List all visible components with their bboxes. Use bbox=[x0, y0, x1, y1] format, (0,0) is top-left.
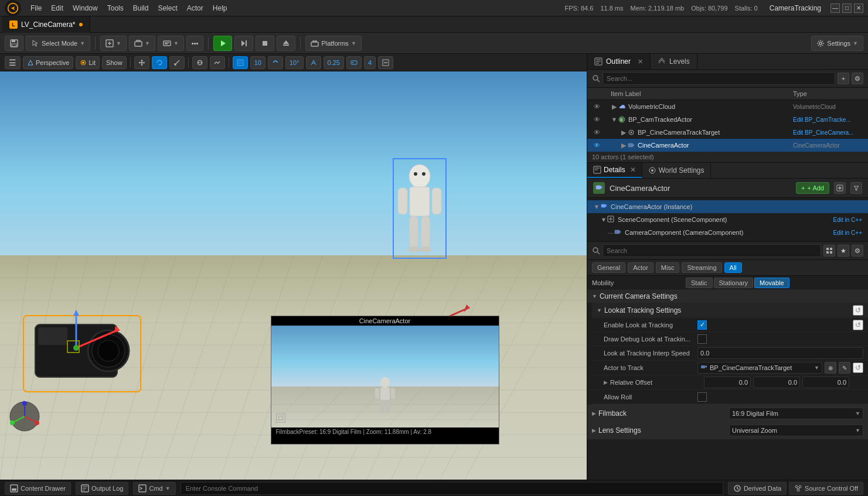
actor-track-locate-btn[interactable]: ⊕ bbox=[825, 362, 836, 374]
levels-tab[interactable]: Levels bbox=[651, 54, 697, 69]
lookat-reset-btn[interactable]: ↺ bbox=[853, 305, 863, 316]
menu-tools[interactable]: Tools bbox=[103, 3, 128, 13]
expand-cine[interactable]: ▶ bbox=[620, 129, 627, 136]
level-tab[interactable]: L LV_CineCamera* bbox=[2, 16, 90, 33]
filmback-header[interactable]: ▶ Filmback 16:9 Digital Film ▼ bbox=[587, 405, 868, 422]
show-btn[interactable]: Show bbox=[102, 56, 127, 69]
outliner-tab[interactable]: Outliner ✕ bbox=[587, 54, 651, 69]
enable-lookat-reset-btn[interactable]: ↺ bbox=[853, 320, 863, 330]
menu-window[interactable]: Window bbox=[68, 3, 103, 13]
item-label-header[interactable]: Item Label bbox=[611, 90, 793, 97]
grid-btn[interactable] bbox=[233, 56, 248, 69]
static-btn[interactable]: Static bbox=[686, 278, 713, 288]
grid-size[interactable]: 10 bbox=[250, 56, 265, 69]
camera-component-row[interactable]: — CameraComponent (CameraComponent) Edit… bbox=[587, 226, 868, 239]
lit-btn[interactable]: Lit bbox=[76, 56, 100, 69]
details-search-input[interactable] bbox=[603, 244, 821, 257]
expand-bp[interactable]: ▼ bbox=[611, 116, 618, 123]
viewport-canvas[interactable]: CineCameraActor bbox=[0, 71, 587, 480]
save-button[interactable] bbox=[5, 36, 23, 51]
actor-track-dropdown[interactable]: BP_CineCameraTrackTarget ▼ bbox=[697, 362, 822, 374]
scene-comp-expand[interactable]: ▼ bbox=[600, 216, 607, 223]
details-table-view-btn[interactable] bbox=[823, 245, 835, 256]
sequence-btn[interactable]: ▼ bbox=[158, 36, 184, 51]
platforms-btn[interactable]: Platforms ▼ bbox=[305, 36, 361, 51]
menu-actor[interactable]: Actor bbox=[182, 3, 208, 13]
component-instance-row[interactable]: ▼ CineCameraActor (Instance) bbox=[587, 200, 868, 213]
outliner-item-cinecam[interactable]: 👁 ▶ CineCameraActor CineCameraActor bbox=[587, 139, 868, 152]
details-more-btn[interactable]: ⚙ bbox=[852, 245, 863, 256]
more-tools-btn[interactable]: ••• bbox=[186, 36, 204, 51]
offset-z-input[interactable] bbox=[802, 377, 849, 388]
filmback-value-dropdown[interactable]: 16:9 Digital Film ▼ bbox=[729, 408, 863, 419]
actor-track-pick-btn[interactable]: ✎ bbox=[839, 362, 850, 374]
output-log-btn[interactable]: Output Log bbox=[76, 482, 128, 495]
details-bp-btn[interactable] bbox=[834, 182, 846, 194]
details-tab-close-btn[interactable]: ✕ bbox=[630, 166, 636, 174]
enable-lookat-checkbox[interactable]: ✓ bbox=[697, 320, 707, 330]
viewport-options-btn[interactable] bbox=[378, 56, 393, 69]
scene-comp-link[interactable]: Edit in C++ bbox=[833, 217, 862, 223]
settings-btn[interactable]: Settings ▼ bbox=[811, 36, 863, 51]
console-command-input[interactable] bbox=[181, 482, 723, 495]
stop-btn[interactable] bbox=[256, 36, 274, 51]
cam-comp-expand[interactable]: — bbox=[607, 229, 614, 236]
outliner-item-bp-cam[interactable]: 👁 ▼ B BP_CamTrackedActor Edit BP_CamTrac… bbox=[587, 113, 868, 126]
menu-select[interactable]: Select bbox=[153, 3, 182, 13]
surface-btn[interactable] bbox=[210, 56, 225, 69]
menu-help[interactable]: Help bbox=[208, 3, 232, 13]
vis-eye-btn-bp[interactable]: 👁 bbox=[592, 115, 601, 124]
content-drawer-btn[interactable]: Content Drawer bbox=[5, 482, 71, 495]
close-button[interactable]: ✕ bbox=[854, 4, 863, 13]
scale-grid-btn[interactable] bbox=[306, 56, 321, 69]
filter-misc-btn[interactable]: Misc bbox=[656, 262, 680, 273]
camera-settings-header[interactable]: ▼ Current Camera Settings bbox=[587, 290, 868, 303]
rotate-btn[interactable] bbox=[152, 56, 167, 69]
properties-scroll[interactable]: Mobility Static Stationary Movable ▼ Cur… bbox=[587, 276, 868, 480]
details-fav-btn[interactable]: ★ bbox=[838, 245, 849, 256]
outliner-item-volumetric[interactable]: 👁 ▶ VolumetricCloud VolumetricCloud bbox=[587, 100, 868, 113]
scale-btn[interactable] bbox=[169, 56, 185, 69]
details-filter-btn[interactable] bbox=[850, 182, 862, 194]
draw-debug-checkbox[interactable] bbox=[697, 334, 707, 344]
stationary-btn[interactable]: Stationary bbox=[714, 278, 754, 288]
filter-all-btn[interactable]: All bbox=[724, 262, 742, 273]
maximize-button[interactable]: □ bbox=[842, 4, 852, 13]
minimize-button[interactable]: — bbox=[830, 4, 840, 13]
source-control-btn[interactable]: Source Control Off bbox=[789, 482, 863, 495]
offset-x-input[interactable] bbox=[704, 377, 751, 388]
camera-speed-num[interactable]: 4 bbox=[364, 56, 376, 69]
scene-component-row[interactable]: ▼ SceneComponent (SceneComponent) Edit i… bbox=[587, 213, 868, 226]
filter-general-btn[interactable]: General bbox=[592, 262, 625, 273]
menu-file[interactable]: File bbox=[26, 3, 46, 13]
expand-cinecam[interactable]: ▶ bbox=[620, 142, 627, 149]
step-btn[interactable] bbox=[234, 36, 253, 51]
viewport[interactable]: ☰ Perspective Lit Show bbox=[0, 54, 587, 480]
lens-value-dropdown[interactable]: Universal Zoom ▼ bbox=[729, 425, 863, 436]
vis-eye-btn-cinecam[interactable]: 👁 bbox=[592, 141, 601, 150]
perspective-btn[interactable]: Perspective bbox=[23, 56, 73, 69]
world-btn[interactable] bbox=[192, 56, 207, 69]
interp-speed-input[interactable] bbox=[697, 347, 863, 359]
outliner-search-input[interactable] bbox=[603, 72, 835, 85]
filter-actor-btn[interactable]: Actor bbox=[628, 262, 653, 273]
camera-speed-btn[interactable] bbox=[346, 56, 362, 69]
world-settings-tab[interactable]: World Settings bbox=[642, 163, 711, 177]
actor-track-reset-btn[interactable]: ↺ bbox=[853, 362, 863, 373]
cam-comp-link[interactable]: Edit in C++ bbox=[833, 230, 862, 236]
menu-build[interactable]: Build bbox=[128, 3, 154, 13]
vis-eye-btn-cine[interactable]: 👁 bbox=[592, 128, 601, 137]
expand-cloud[interactable]: ▶ bbox=[611, 103, 618, 111]
offset-y-input[interactable] bbox=[753, 377, 800, 388]
translate-btn[interactable] bbox=[134, 56, 149, 69]
cmd-btn[interactable]: Cmd ▼ bbox=[133, 482, 175, 495]
play-btn[interactable] bbox=[213, 36, 232, 51]
lens-settings-header[interactable]: ▶ Lens Settings Universal Zoom ▼ bbox=[587, 422, 868, 439]
outliner-settings-btn[interactable]: ⚙ bbox=[852, 73, 863, 84]
content-btn[interactable]: ▼ bbox=[129, 36, 155, 51]
movable-btn[interactable]: Movable bbox=[754, 278, 789, 288]
add-component-btn[interactable]: + + Add bbox=[796, 182, 829, 194]
rotation-size[interactable]: 10° bbox=[285, 56, 304, 69]
vis-eye-btn-cloud[interactable]: 👁 bbox=[592, 102, 601, 111]
outliner-add-btn[interactable]: + bbox=[838, 73, 849, 84]
